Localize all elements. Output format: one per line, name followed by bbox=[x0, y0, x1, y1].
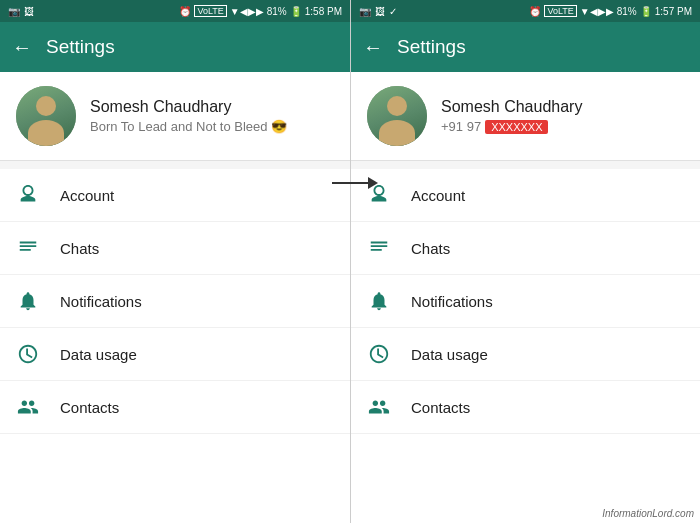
right-menu-list: Account Chats Notifications bbox=[351, 169, 700, 523]
right-chats-icon bbox=[367, 236, 391, 260]
comparison-arrow bbox=[332, 182, 368, 184]
right-profile-info: Somesh Chaudhary +91 97 XXXXXXX bbox=[441, 98, 684, 134]
left-contacts-icon bbox=[16, 395, 40, 419]
battery-label: 81% bbox=[267, 6, 287, 17]
right-settings-title: Settings bbox=[397, 36, 466, 58]
left-top-bar: ← Settings bbox=[0, 22, 350, 72]
right-account-label: Account bbox=[411, 187, 684, 204]
left-status-icons: 📷 🖼 bbox=[8, 6, 34, 17]
right-top-bar: ← Settings bbox=[351, 22, 700, 72]
left-account-icon bbox=[16, 183, 40, 207]
left-chats-icon bbox=[16, 236, 40, 260]
right-data-usage-icon bbox=[367, 342, 391, 366]
right-chats-label: Chats bbox=[411, 240, 684, 257]
left-profile-status: Born To Lead and Not to Bleed 😎 bbox=[90, 119, 334, 134]
right-check-icon: ✓ bbox=[389, 6, 397, 17]
volte-label: VoLTE bbox=[194, 5, 226, 17]
left-profile-info: Somesh Chaudhary Born To Lead and Not to… bbox=[90, 98, 334, 134]
right-menu-item-notifications[interactable]: Notifications bbox=[351, 275, 700, 328]
right-notifications-label: Notifications bbox=[411, 293, 684, 310]
left-notifications-label: Notifications bbox=[60, 293, 334, 310]
right-profile-name: Somesh Chaudhary bbox=[441, 98, 684, 116]
left-account-label: Account bbox=[60, 187, 334, 204]
right-volte-label: VoLTE bbox=[544, 5, 576, 17]
right-profile-section[interactable]: Somesh Chaudhary +91 97 XXXXXXX bbox=[351, 72, 700, 161]
left-status-right: ⏰ VoLTE ▼◀▶▶ 81% 🔋 1:58 PM bbox=[179, 5, 342, 17]
right-time: 1:57 PM bbox=[655, 6, 692, 17]
left-chats-label: Chats bbox=[60, 240, 334, 257]
left-status-bar: 📷 🖼 ⏰ VoLTE ▼◀▶▶ 81% 🔋 1:58 PM bbox=[0, 0, 350, 22]
right-notifications-icon bbox=[367, 289, 391, 313]
left-phone-panel: 📷 🖼 ⏰ VoLTE ▼◀▶▶ 81% 🔋 1:58 PM ← Setting… bbox=[0, 0, 350, 523]
right-battery-label: 81% bbox=[617, 6, 637, 17]
time-left: 1:58 PM bbox=[305, 6, 342, 17]
left-menu-item-chats[interactable]: Chats bbox=[0, 222, 350, 275]
right-status-icons: 📷 🖼 ✓ bbox=[359, 6, 397, 17]
left-back-button[interactable]: ← bbox=[12, 36, 32, 59]
left-data-usage-label: Data usage bbox=[60, 346, 334, 363]
right-contacts-label: Contacts bbox=[411, 399, 684, 416]
left-contacts-label: Contacts bbox=[60, 399, 334, 416]
left-menu-list: Account Chats Notifications bbox=[0, 169, 350, 523]
right-status-right: ⏰ VoLTE ▼◀▶▶ 81% 🔋 1:57 PM bbox=[529, 5, 692, 17]
right-alarm-icon: ⏰ bbox=[529, 6, 541, 17]
left-notifications-icon bbox=[16, 289, 40, 313]
right-status-bar: 📷 🖼 ✓ ⏰ VoLTE ▼◀▶▶ 81% 🔋 1:57 PM bbox=[351, 0, 700, 22]
right-data-usage-label: Data usage bbox=[411, 346, 684, 363]
left-data-usage-icon bbox=[16, 342, 40, 366]
left-profile-section[interactable]: Somesh Chaudhary Born To Lead and Not to… bbox=[0, 72, 350, 161]
right-phone-redacted: XXXXXXX bbox=[485, 120, 548, 134]
right-profile-phone: +91 97 XXXXXXX bbox=[441, 119, 684, 134]
right-back-button[interactable]: ← bbox=[363, 36, 383, 59]
left-avatar bbox=[16, 86, 76, 146]
right-menu-item-contacts[interactable]: Contacts bbox=[351, 381, 700, 434]
watermark: InformationLord.com bbox=[602, 508, 694, 519]
image-icon: 🖼 bbox=[24, 6, 34, 17]
left-menu-item-account[interactable]: Account bbox=[0, 169, 350, 222]
alarm-icon: ⏰ bbox=[179, 6, 191, 17]
right-image-icon: 🖼 bbox=[375, 6, 385, 17]
camera-icon: 📷 bbox=[8, 6, 20, 17]
right-avatar bbox=[367, 86, 427, 146]
right-menu-item-account[interactable]: Account bbox=[351, 169, 700, 222]
left-menu-item-contacts[interactable]: Contacts bbox=[0, 381, 350, 434]
right-signal-icon: ▼◀▶▶ bbox=[580, 6, 614, 17]
left-profile-name: Somesh Chaudhary bbox=[90, 98, 334, 116]
right-contacts-icon bbox=[367, 395, 391, 419]
right-phone-prefix: +91 97 bbox=[441, 119, 481, 134]
battery-icon: 🔋 bbox=[290, 6, 302, 17]
right-phone-panel: 📷 🖼 ✓ ⏰ VoLTE ▼◀▶▶ 81% 🔋 1:57 PM ← Setti… bbox=[350, 0, 700, 523]
right-menu-item-data-usage[interactable]: Data usage bbox=[351, 328, 700, 381]
left-menu-item-notifications[interactable]: Notifications bbox=[0, 275, 350, 328]
left-menu-item-data-usage[interactable]: Data usage bbox=[0, 328, 350, 381]
right-menu-item-chats[interactable]: Chats bbox=[351, 222, 700, 275]
right-battery-icon: 🔋 bbox=[640, 6, 652, 17]
right-camera-icon: 📷 bbox=[359, 6, 371, 17]
signal-icon: ▼◀▶▶ bbox=[230, 6, 264, 17]
left-settings-title: Settings bbox=[46, 36, 115, 58]
